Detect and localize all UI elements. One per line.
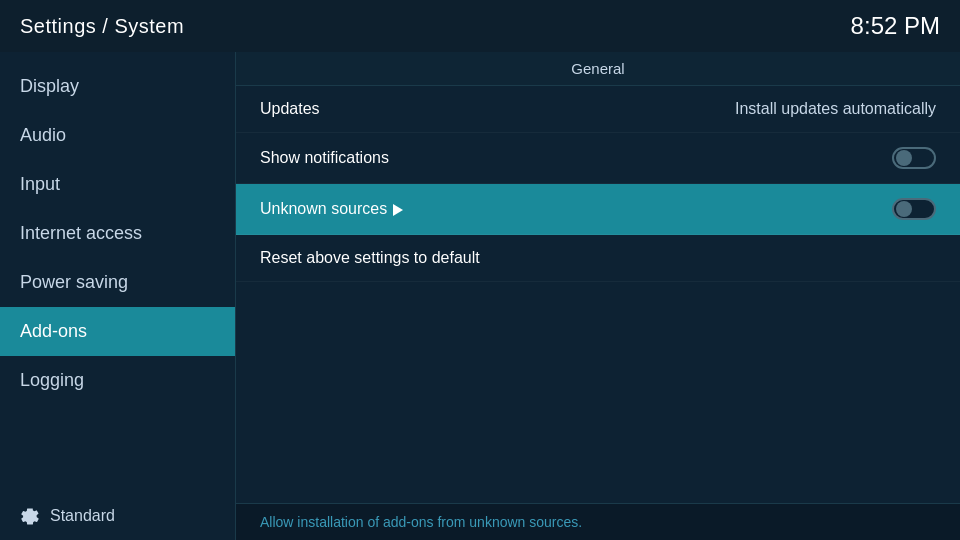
sidebar-footer[interactable]: Standard xyxy=(0,492,235,540)
setting-row-updates[interactable]: UpdatesInstall updates automatically xyxy=(236,86,960,133)
sidebar-item-power-saving[interactable]: Power saving xyxy=(0,258,235,307)
setting-row-show-notifications[interactable]: Show notifications xyxy=(236,133,960,184)
sidebar-item-display[interactable]: Display xyxy=(0,62,235,111)
sidebar: DisplayAudioInputInternet accessPower sa… xyxy=(0,52,235,540)
section-header: General xyxy=(236,52,960,86)
page-title: Settings / System xyxy=(20,15,184,38)
main-layout: DisplayAudioInputInternet accessPower sa… xyxy=(0,52,960,540)
standard-label: Standard xyxy=(50,507,115,525)
setting-label-updates: Updates xyxy=(260,100,320,118)
clock: 8:52 PM xyxy=(851,12,940,40)
sidebar-item-add-ons[interactable]: Add-ons xyxy=(0,307,235,356)
sidebar-item-input[interactable]: Input xyxy=(0,160,235,209)
toggle-unknown-sources[interactable] xyxy=(892,198,936,220)
setting-label-reset-above: Reset above settings to default xyxy=(260,249,480,267)
header: Settings / System 8:52 PM xyxy=(0,0,960,52)
setting-label-unknown-sources: Unknown sources xyxy=(260,200,403,218)
content-area: General UpdatesInstall updates automatic… xyxy=(235,52,960,540)
settings-list: UpdatesInstall updates automaticallyShow… xyxy=(236,86,960,503)
sidebar-item-logging[interactable]: Logging xyxy=(0,356,235,405)
setting-row-reset-above[interactable]: Reset above settings to default xyxy=(236,235,960,282)
gear-icon xyxy=(20,506,40,526)
sidebar-item-audio[interactable]: Audio xyxy=(0,111,235,160)
setting-label-show-notifications: Show notifications xyxy=(260,149,389,167)
setting-value-updates: Install updates automatically xyxy=(735,100,936,118)
setting-row-unknown-sources[interactable]: Unknown sources xyxy=(236,184,960,235)
toggle-show-notifications[interactable] xyxy=(892,147,936,169)
footer-info: Allow installation of add-ons from unkno… xyxy=(236,503,960,540)
cursor-indicator xyxy=(393,204,403,216)
sidebar-item-internet-access[interactable]: Internet access xyxy=(0,209,235,258)
